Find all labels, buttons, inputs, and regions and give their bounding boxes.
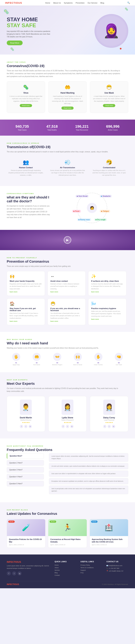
blog-meta-0: April 2, 2020 | COVID-19	[9, 544, 43, 546]
prev-icon-3: 🏠	[10, 301, 42, 306]
prev-title-0: Wash your hands frequently	[10, 280, 42, 282]
expert-card-2: 👩‍⚕️ Daisy Corey Lead Physician ★★★★★ f …	[90, 396, 128, 432]
prev-title-2: If surfaces are dirty, clean them	[91, 280, 124, 282]
handwash-icon: 🤲	[51, 84, 84, 90]
blog-tag-1: BLOG	[50, 520, 56, 523]
transmission-sub: HOW CORONAVIRUS IS SPREAD	[7, 142, 128, 144]
social-icons-2: f t in	[92, 425, 126, 428]
trans-title-contaminated: Contaminated	[92, 166, 126, 168]
prev-more-4[interactable]: learn more	[50, 320, 58, 322]
faq-item-3[interactable]: Question 4 Here?	[7, 474, 44, 480]
footer-about: INFECTIOUS Lorem ipsum dolor sit amet, c…	[7, 560, 50, 577]
footer-facebook-icon[interactable]: f	[7, 571, 11, 576]
footer-instagram-icon[interactable]: ig	[18, 571, 22, 576]
prev-more-0[interactable]: learn more	[10, 291, 18, 293]
prev-title-4: If you are sick, you should wear a facem…	[50, 308, 83, 312]
hero-read-more-button[interactable]: Read More	[7, 40, 22, 45]
footer-quick-2[interactable]: Service	[54, 569, 76, 571]
search-icon[interactable]: 🔍	[127, 2, 130, 4]
contaminated-icon: 🤧	[92, 159, 126, 165]
blog-cards: 🧪 BLOG Quarantine Policies for the COVID…	[7, 519, 128, 548]
expert-avatar-2: 👩‍⚕️	[103, 400, 115, 415]
play-button[interactable]: ▶	[64, 236, 71, 244]
faq-answer-1: Ut enim ad minim veniam, quis nostrud ex…	[49, 463, 128, 469]
footer-quick-4[interactable]: Contact	[54, 574, 76, 576]
footer-useful-3[interactable]: FAQ	[80, 572, 102, 574]
hero-desc: Iraq reported 435 new deaths in the coro…	[7, 30, 50, 38]
nav-links: Home About Us Symptoms Prevention Our Se…	[45, 2, 104, 4]
nav-about[interactable]: About Us	[53, 2, 61, 4]
prev-icon-2: ✨	[91, 274, 124, 279]
footer-useful-1[interactable]: Terms & Conditions	[80, 567, 102, 568]
blog-sub: OUR RECENT BLOGS	[7, 509, 128, 511]
footer-twitter-icon[interactable]: t	[12, 571, 16, 576]
wash-icon-1: 🤲	[32, 353, 41, 361]
blog-tag-0: BLOG	[8, 520, 15, 523]
footer-quick-1[interactable]: About	[54, 567, 76, 568]
prevention-cards: 🙌 Wash your hands frequently Regularly a…	[7, 271, 128, 325]
wash-section: WHY WASH YOUR HANDS Why do I need wash h…	[0, 332, 135, 372]
trans-text-contaminated: Touching an object or surface with the v…	[92, 169, 126, 176]
wash-step-1: 🤲 02 Rub Hands	[27, 353, 46, 366]
nav-prevention[interactable]: Prevention	[76, 2, 84, 4]
hero-image: 🧕	[94, 14, 128, 48]
blog-card-0: 🧪 BLOG Quarantine Policies for the COVID…	[7, 519, 46, 548]
footer-social: f t ig	[7, 571, 50, 576]
facebook-icon-1[interactable]: f	[62, 425, 65, 428]
footer-useful-0[interactable]: Privacy Policy	[80, 564, 102, 566]
expert-name-0: David Martin	[9, 416, 42, 419]
expert-avatar-0: 👨‍⚕️	[20, 400, 32, 415]
wash-desc: Washing your hands is one of the easiest…	[7, 346, 122, 350]
symptoms-desc: It's important to monitor symptoms if yo…	[7, 204, 50, 219]
footer-usefullinks: USEFUL LINKS Privacy Policy Terms & Cond…	[80, 560, 102, 577]
prev-more-3[interactable]: learn more	[10, 320, 18, 322]
prevention-section: HOW TO PREVENT YOURSELF Prevention of Co…	[0, 250, 135, 332]
footer-useful-2[interactable]: Support	[80, 569, 102, 571]
expert-avatar-1: 👩‍⚕️	[62, 400, 74, 415]
twitter-icon[interactable]: t	[24, 425, 28, 428]
prevention-sub: HOW TO PREVENT YOURSELF	[7, 257, 128, 258]
experts-sub: MEET OUR EXPERTS	[7, 379, 128, 381]
footer-quicklinks: QUICK LINKS Home About Service Blog Cont…	[54, 560, 76, 577]
nav-logo: INFECTIOUS	[5, 1, 22, 4]
faq-item-4[interactable]: Question 5 Here?	[7, 481, 44, 486]
card-btn-mask[interactable]: Read more	[103, 104, 115, 107]
prev-more-2[interactable]: learn more	[91, 291, 99, 293]
nav-blog[interactable]: Blog	[100, 2, 104, 4]
linkedin-icon-2[interactable]: in	[112, 425, 115, 428]
linkedin-icon[interactable]: in	[28, 425, 32, 428]
footer-quick-0[interactable]: Home	[54, 564, 76, 566]
blog-title: Latest Updates for Coronavirus	[7, 512, 128, 516]
faq-answer-3: Excepteur sint occaecat cupidatat non pr…	[49, 478, 128, 484]
faq-item-0[interactable]: Question Here?	[7, 453, 44, 459]
experts-row: 👨‍⚕️ David Martin Medical Director ★★★★★…	[7, 396, 128, 432]
footer-bottom: INFECTIOUS © 2020 Infectious. All Rights…	[7, 581, 128, 586]
nav-home[interactable]: Home	[45, 2, 50, 4]
expert-stars-2: ★★★★★	[92, 422, 126, 424]
wash-num-1: 02	[27, 362, 46, 364]
faq-section: HAVE QUESTIONS? FAQ ANSWERED Frequently …	[0, 438, 135, 502]
card-btn-handwash[interactable]: Read more	[62, 106, 74, 110]
prev-icon-4: 😷	[50, 301, 83, 306]
footer-grid: INFECTIOUS Lorem ipsum dolor sit amet, c…	[7, 560, 128, 577]
facebook-icon-2[interactable]: f	[103, 425, 106, 428]
social-icons-1: f t in	[51, 425, 84, 428]
about-cards: 🦠 Virus A virus is a sub-microscopic inf…	[7, 81, 128, 113]
footer-quick-3[interactable]: Blog	[54, 572, 76, 574]
virus-decor-tl: 🦠	[4, 9, 9, 14]
facebook-icon[interactable]: f	[20, 425, 23, 428]
card-btn-virus[interactable]: Read more	[20, 104, 32, 107]
twitter-icon-2[interactable]: t	[108, 425, 111, 428]
blog-card-1: 🏃 BLOG Coronavirus at Record High Rates …	[48, 519, 87, 548]
prev-more-5[interactable]: learn more	[91, 318, 99, 320]
faq-item-2[interactable]: Question 3 Here?	[7, 467, 44, 472]
prev-more-1[interactable]: learn more	[50, 291, 58, 293]
expert-role-1: Head of Research	[51, 419, 84, 421]
nav-symptoms[interactable]: Symptoms	[64, 2, 72, 4]
human-contact-icon: 👥	[8, 159, 43, 165]
blog-tag-2: BLOG	[91, 520, 98, 523]
linkedin-icon-1[interactable]: in	[70, 425, 74, 428]
twitter-icon-1[interactable]: t	[66, 425, 69, 428]
nav-service[interactable]: Our Service	[88, 2, 97, 4]
faq-item-1[interactable]: Question 2 Here?	[7, 460, 44, 466]
